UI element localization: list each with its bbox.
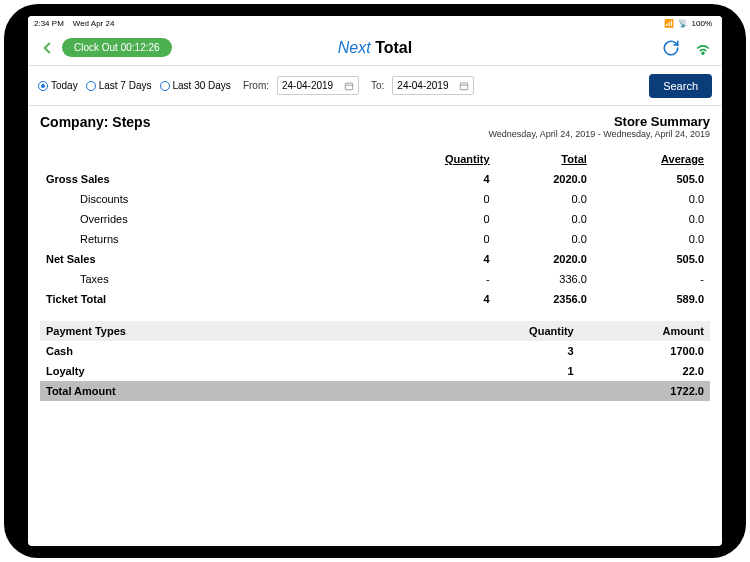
row-taxes: Taxes - 336.0 - bbox=[40, 269, 710, 289]
summary-dates: Wednesday, April 24, 2019 - Wednesday, A… bbox=[489, 129, 710, 139]
cell-avg: - bbox=[593, 269, 710, 289]
from-date-input[interactable]: 24-04-2019 bbox=[277, 76, 359, 95]
cell-total: 2356.0 bbox=[496, 289, 593, 309]
search-button[interactable]: Search bbox=[649, 74, 712, 98]
row-gross: Gross Sales 4 2020.0 505.0 bbox=[40, 169, 710, 189]
svg-point-2 bbox=[702, 52, 704, 54]
row-ticket-total: Ticket Total 4 2356.0 589.0 bbox=[40, 289, 710, 309]
from-date-value: 24-04-2019 bbox=[282, 80, 333, 91]
cell-total: 2020.0 bbox=[496, 249, 593, 269]
table-header: Quantity Total Average bbox=[40, 149, 710, 169]
svg-rect-3 bbox=[345, 83, 353, 90]
cell-label: Loyalty bbox=[40, 361, 442, 381]
cell-label: Ticket Total bbox=[40, 289, 375, 309]
cell-label: Returns bbox=[40, 229, 375, 249]
cell-qty: 4 bbox=[375, 169, 496, 189]
pay-col-qty: Quantity bbox=[442, 321, 580, 341]
cell-amt: 1722.0 bbox=[580, 381, 710, 401]
cell-qty: 3 bbox=[442, 341, 580, 361]
clock-out-button[interactable]: Clock Out 00:12:26 bbox=[62, 38, 172, 57]
cell-label: Total Amount bbox=[40, 381, 442, 401]
cell-avg: 505.0 bbox=[593, 169, 710, 189]
row-overrides: Overrides 0 0.0 0.0 bbox=[40, 209, 710, 229]
status-date: Wed Apr 24 bbox=[73, 19, 115, 28]
cell-total: 0.0 bbox=[496, 209, 593, 229]
row-discounts: Discounts 0 0.0 0.0 bbox=[40, 189, 710, 209]
screen: 2:34 PM Wed Apr 24 📶 📡 100% Clock Out 00… bbox=[28, 16, 722, 546]
cell-label: Gross Sales bbox=[40, 169, 375, 189]
back-button[interactable] bbox=[38, 39, 56, 57]
cell-qty: 4 bbox=[375, 289, 496, 309]
cell-avg: 589.0 bbox=[593, 289, 710, 309]
row-returns: Returns 0 0.0 0.0 bbox=[40, 229, 710, 249]
col-avg: Average bbox=[593, 149, 710, 169]
col-qty: Quantity bbox=[375, 149, 496, 169]
radio-today-label: Today bbox=[51, 80, 78, 91]
to-label: To: bbox=[371, 80, 384, 91]
calendar-icon bbox=[459, 81, 469, 91]
nav-bar: Clock Out 00:12:26 Next Total bbox=[28, 30, 722, 66]
cell-qty: 0 bbox=[375, 209, 496, 229]
brand-logo: Next Total bbox=[338, 39, 412, 57]
cell-qty: 0 bbox=[375, 229, 496, 249]
cell-avg: 505.0 bbox=[593, 249, 710, 269]
sales-table: Quantity Total Average Gross Sales 4 202… bbox=[40, 149, 710, 309]
payment-row-cash: Cash 3 1700.0 bbox=[40, 341, 710, 361]
company-label: Company: Steps bbox=[40, 114, 150, 130]
cell-amt: 22.0 bbox=[580, 361, 710, 381]
brand-total: Total bbox=[371, 39, 412, 56]
radio-last30[interactable]: Last 30 Days bbox=[160, 80, 231, 91]
status-bar: 2:34 PM Wed Apr 24 📶 📡 100% bbox=[28, 16, 722, 30]
cell-amt: 1700.0 bbox=[580, 341, 710, 361]
to-date-value: 24-04-2019 bbox=[397, 80, 448, 91]
cell-qty: 1 bbox=[442, 361, 580, 381]
cell-qty: 0 bbox=[375, 189, 496, 209]
cell-label: Taxes bbox=[40, 269, 375, 289]
radio-dot-icon bbox=[160, 81, 170, 91]
radio-last7[interactable]: Last 7 Days bbox=[86, 80, 152, 91]
row-net: Net Sales 4 2020.0 505.0 bbox=[40, 249, 710, 269]
summary-header: Store Summary Wednesday, April 24, 2019 … bbox=[489, 114, 710, 139]
report-content: Company: Steps Store Summary Wednesday, … bbox=[28, 106, 722, 546]
payment-row-total: Total Amount 1722.0 bbox=[40, 381, 710, 401]
nav-icons bbox=[662, 39, 712, 57]
status-time: 2:34 PM bbox=[34, 19, 64, 28]
status-right: 📶 📡 100% bbox=[664, 19, 716, 28]
pay-col-amt: Amount bbox=[580, 321, 710, 341]
svg-rect-5 bbox=[461, 83, 469, 90]
cell-label: Discounts bbox=[40, 189, 375, 209]
payment-header: Payment Types Quantity Amount bbox=[40, 321, 710, 341]
calendar-icon bbox=[344, 81, 354, 91]
col-total: Total bbox=[496, 149, 593, 169]
title-row: Company: Steps Store Summary Wednesday, … bbox=[40, 114, 710, 139]
radio-today[interactable]: Today bbox=[38, 80, 78, 91]
payment-table: Payment Types Quantity Amount Cash 3 170… bbox=[40, 321, 710, 401]
cell-avg: 0.0 bbox=[593, 209, 710, 229]
cell-total: 2020.0 bbox=[496, 169, 593, 189]
cell-total: 0.0 bbox=[496, 229, 593, 249]
radio-dot-icon bbox=[38, 81, 48, 91]
cell-qty bbox=[442, 381, 580, 401]
to-date-input[interactable]: 24-04-2019 bbox=[392, 76, 474, 95]
summary-title: Store Summary bbox=[489, 114, 710, 129]
signal-icon: 📶 bbox=[664, 19, 674, 28]
from-label: From: bbox=[243, 80, 269, 91]
cell-avg: 0.0 bbox=[593, 189, 710, 209]
refresh-icon[interactable] bbox=[662, 39, 680, 57]
cell-label: Cash bbox=[40, 341, 442, 361]
cell-total: 0.0 bbox=[496, 189, 593, 209]
wifi-icon[interactable] bbox=[694, 39, 712, 57]
payment-row-loyalty: Loyalty 1 22.0 bbox=[40, 361, 710, 381]
brand-next: Next bbox=[338, 39, 371, 56]
cell-label: Net Sales bbox=[40, 249, 375, 269]
cell-label: Overrides bbox=[40, 209, 375, 229]
cell-total: 336.0 bbox=[496, 269, 593, 289]
filter-bar: Today Last 7 Days Last 30 Days From: 24-… bbox=[28, 66, 722, 106]
wifi-icon: 📡 bbox=[678, 19, 688, 28]
status-left: 2:34 PM Wed Apr 24 bbox=[34, 19, 114, 28]
pay-col-type: Payment Types bbox=[40, 321, 442, 341]
cell-avg: 0.0 bbox=[593, 229, 710, 249]
cell-qty: - bbox=[375, 269, 496, 289]
cell-qty: 4 bbox=[375, 249, 496, 269]
tablet-frame: 2:34 PM Wed Apr 24 📶 📡 100% Clock Out 00… bbox=[4, 4, 746, 558]
